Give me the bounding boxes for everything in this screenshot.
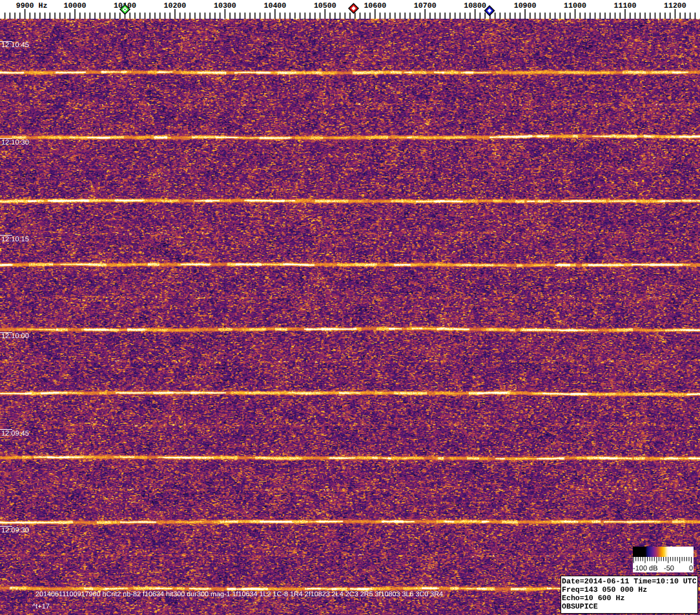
svg-text:10500: 10500 — [314, 2, 336, 10]
svg-text:11000: 11000 — [564, 2, 586, 10]
svg-text:10200: 10200 — [164, 2, 187, 10]
svg-text:10400: 10400 — [264, 2, 287, 10]
svg-text:10300: 10300 — [214, 2, 236, 10]
svg-text:11100: 11100 — [614, 2, 637, 10]
svg-text:11200: 11200 — [664, 2, 686, 10]
svg-text:10000: 10000 — [64, 2, 87, 10]
svg-text:Hz: Hz — [39, 2, 48, 10]
svg-text:10700: 10700 — [414, 2, 437, 10]
svg-text:10800: 10800 — [464, 2, 486, 10]
svg-text:10900: 10900 — [514, 2, 537, 10]
svg-text:10600: 10600 — [364, 2, 386, 10]
svg-text:9900: 9900 — [16, 2, 34, 10]
